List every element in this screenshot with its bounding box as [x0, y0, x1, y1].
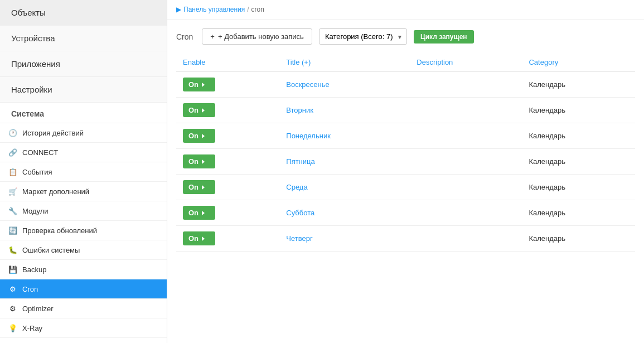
- title-link[interactable]: Среда: [286, 183, 307, 191]
- updates-icon: 🔄: [8, 225, 18, 235]
- sidebar-item-backup[interactable]: 💾 Backup: [0, 260, 167, 279]
- category-cell: Календарь: [522, 123, 635, 149]
- sidebar-main-section: Объекты Устройства Приложения Настройки: [0, 0, 167, 103]
- enable-toggle-button[interactable]: On: [183, 129, 215, 143]
- enable-toggle-button[interactable]: On: [183, 180, 215, 194]
- sidebar-item-devices[interactable]: Устройства: [0, 26, 167, 51]
- enable-toggle-button[interactable]: On: [183, 78, 215, 91]
- sidebar-item-connect-label: CONNECT: [22, 148, 58, 157]
- category-cell: Календарь: [522, 175, 635, 200]
- title-link[interactable]: Понедельник: [286, 132, 331, 140]
- title-cell: Четверг: [279, 226, 410, 252]
- category-cell: Календарь: [522, 149, 635, 175]
- description-cell: [410, 98, 522, 123]
- enable-toggle-button[interactable]: On: [183, 154, 215, 168]
- col-category: Category: [522, 54, 635, 71]
- col-title[interactable]: Title (+): [279, 54, 410, 71]
- enable-cell: On: [176, 98, 279, 123]
- sidebar-item-optimizer-label: Optimizer: [22, 305, 54, 313]
- sidebar-item-connect[interactable]: 🔗 CONNECT: [0, 143, 167, 162]
- description-cell: [410, 226, 522, 252]
- title-link[interactable]: Пятница: [286, 157, 314, 166]
- sidebar-item-market[interactable]: 🛒 Маркет дополнений: [0, 182, 167, 201]
- sidebar-item-backup-label: Backup: [22, 265, 46, 274]
- enable-toggle-button[interactable]: On: [183, 231, 215, 245]
- table-row: On Понедельник Календарь: [176, 123, 635, 149]
- sidebar-item-history[interactable]: 🕐 История действий: [0, 123, 167, 143]
- table-header-row: Enable Title (+) Description Category: [176, 54, 635, 71]
- sidebar-item-updates[interactable]: 🔄 Проверка обновлений: [0, 221, 167, 240]
- errors-icon: 🐛: [8, 245, 18, 255]
- breadcrumb-arrow-icon: ▶: [176, 6, 181, 13]
- sidebar-item-events[interactable]: 📋 События: [0, 162, 167, 182]
- category-cell: Календарь: [522, 226, 635, 252]
- events-icon: 📋: [8, 167, 18, 177]
- category-cell: Календарь: [522, 71, 635, 98]
- category-select-wrapper[interactable]: Категория (Всего: 7): [319, 28, 407, 45]
- title-cell: Воскресенье: [279, 71, 410, 98]
- cron-table: Enable Title (+) Description Category On…: [176, 54, 635, 252]
- description-cell: [410, 71, 522, 98]
- enable-cell: On: [176, 123, 279, 149]
- breadcrumb-separator: /: [247, 6, 249, 13]
- enable-toggle-button[interactable]: On: [183, 206, 215, 220]
- description-cell: [410, 149, 522, 175]
- sidebar-item-objects[interactable]: Объекты: [0, 0, 167, 26]
- cron-icon: ⚙: [8, 284, 18, 294]
- table-row: On Вторник Календарь: [176, 98, 635, 123]
- sidebar-item-events-label: События: [22, 168, 52, 176]
- sidebar-item-optimizer[interactable]: ⚙ Optimizer: [0, 299, 167, 318]
- modules-icon: 🔧: [8, 206, 18, 216]
- table-row: On Пятница Календарь: [176, 149, 635, 175]
- table-row: On Воскресенье Календарь: [176, 71, 635, 98]
- history-icon: 🕐: [8, 128, 18, 138]
- add-record-button[interactable]: + + Добавить новую запись: [202, 28, 312, 45]
- sidebar-item-xray[interactable]: 💡 X-Ray: [0, 318, 167, 338]
- sidebar-item-applications[interactable]: Приложения: [0, 51, 167, 77]
- sidebar-item-settings[interactable]: Настройки: [0, 77, 167, 103]
- title-cell: Среда: [279, 175, 410, 200]
- category-select[interactable]: Категория (Всего: 7): [319, 28, 407, 45]
- col-enable: Enable: [176, 54, 279, 71]
- title-cell: Пятница: [279, 149, 410, 175]
- market-icon: 🛒: [8, 186, 18, 196]
- sidebar: Объекты Устройства Приложения Настройки …: [0, 0, 167, 343]
- col-description: Description: [410, 54, 522, 71]
- enable-cell: On: [176, 71, 279, 98]
- enable-toggle-button[interactable]: On: [183, 103, 215, 117]
- title-cell: Понедельник: [279, 123, 410, 149]
- content-area: Cron + + Добавить новую запись Категория…: [167, 20, 644, 260]
- table-row: On Четверг Календарь: [176, 226, 635, 252]
- sidebar-item-market-label: Маркет дополнений: [22, 187, 89, 196]
- enable-cell: On: [176, 200, 279, 226]
- sidebar-item-cron[interactable]: ⚙ Cron: [0, 279, 167, 299]
- breadcrumb-current: cron: [251, 6, 264, 13]
- toolbar-cron-label: Cron: [176, 32, 193, 41]
- sidebar-item-modules[interactable]: 🔧 Модули: [0, 201, 167, 221]
- optimizer-icon: ⚙: [8, 303, 18, 313]
- description-cell: [410, 200, 522, 226]
- sidebar-item-modules-label: Модули: [22, 207, 49, 215]
- enable-cell: On: [176, 149, 279, 175]
- breadcrumb-home-link[interactable]: Панель управления: [183, 6, 245, 13]
- category-cell: Календарь: [522, 98, 635, 123]
- title-cell: Суббота: [279, 200, 410, 226]
- table-row: On Суббота Календарь: [176, 200, 635, 226]
- title-link[interactable]: Вторник: [286, 106, 313, 114]
- plus-icon: +: [210, 32, 215, 41]
- enable-cell: On: [176, 226, 279, 252]
- enable-cell: On: [176, 175, 279, 200]
- title-link[interactable]: Суббота: [286, 209, 314, 217]
- cycle-badge: Цикл запущен: [414, 30, 474, 44]
- title-cell: Вторник: [279, 98, 410, 123]
- table-row: On Среда Календарь: [176, 175, 635, 200]
- breadcrumb: ▶ Панель управления / cron: [167, 0, 644, 20]
- sidebar-item-history-label: История действий: [22, 129, 84, 137]
- sidebar-item-errors[interactable]: 🐛 Ошибки системы: [0, 240, 167, 260]
- title-link[interactable]: Воскресенье: [286, 80, 329, 89]
- xray-icon: 💡: [8, 323, 18, 333]
- sidebar-system-label: Система: [0, 103, 167, 123]
- description-cell: [410, 123, 522, 149]
- title-link[interactable]: Четверг: [286, 234, 312, 243]
- category-cell: Календарь: [522, 200, 635, 226]
